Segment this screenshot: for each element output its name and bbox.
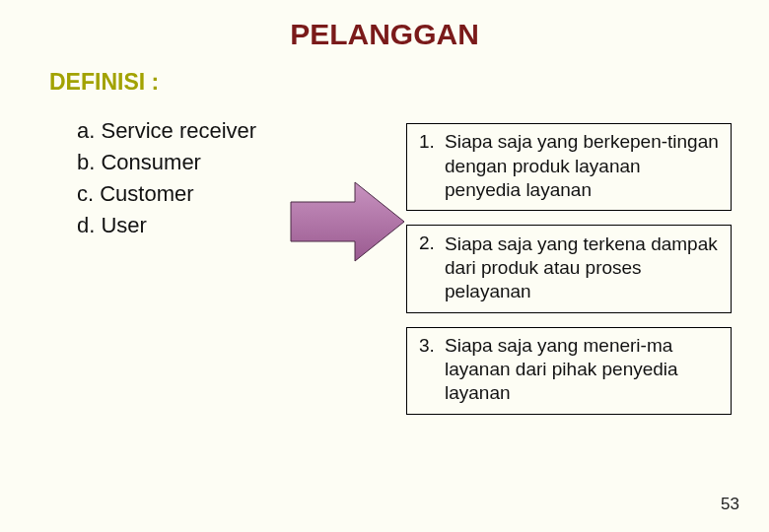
terms-list: a. Service receiver b. Consumer c. Custo…: [0, 115, 335, 241]
page-title: PELANGGAN: [0, 0, 769, 51]
definition-1-text: Siapa saja yang berkepen-tingan dengan p…: [419, 130, 721, 202]
term-b: b. Consumer: [77, 147, 335, 178]
definition-1-num: 1.: [419, 131, 435, 152]
definition-2-num: 2.: [419, 233, 435, 253]
definition-2-text: Siapa saja yang terkena dampak dari prod…: [419, 233, 721, 304]
definition-1: 1. Siapa saja yang berkepen-tingan denga…: [406, 123, 732, 211]
definition-2: 2. Siapa saja yang terkena dampak dari p…: [406, 225, 732, 312]
definitions-list: 1. Siapa saja yang berkepen-tingan denga…: [406, 123, 732, 429]
definition-3-num: 3.: [419, 335, 435, 356]
definition-3: 3. Siapa saja yang meneri-ma layanan dar…: [406, 327, 732, 415]
term-a: a. Service receiver: [77, 115, 335, 147]
definition-3-text: Siapa saja yang meneri-ma layanan dari p…: [419, 334, 721, 406]
svg-marker-0: [291, 182, 404, 261]
section-subtitle: DEFINISI :: [0, 51, 769, 96]
arrow-icon: [286, 177, 409, 266]
page-number: 53: [721, 495, 739, 514]
